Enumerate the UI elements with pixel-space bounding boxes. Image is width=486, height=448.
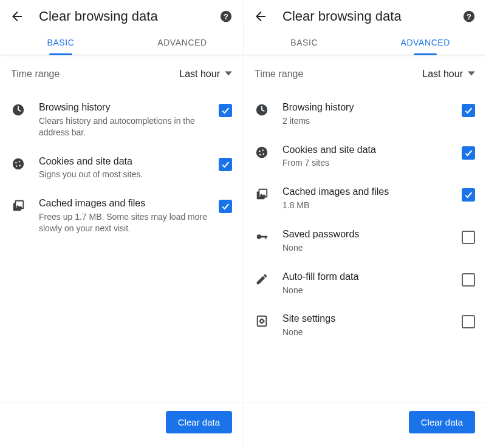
item-subtitle: Frees up 1.7 MB. Some sites may load mor… <box>39 211 211 234</box>
item-title: Cached images and files <box>39 197 211 210</box>
tabs: BASIC ADVANCED <box>244 29 486 55</box>
svg-point-3 <box>13 158 24 169</box>
svg-point-4 <box>15 162 16 163</box>
clear-data-button[interactable]: Clear data <box>409 411 475 433</box>
chevron-down-icon <box>468 69 475 80</box>
page-title: Clear browsing data <box>282 8 462 24</box>
settings-page-icon <box>255 314 269 328</box>
item-browsing-history: Browsing history Clears history and auto… <box>11 93 232 147</box>
checkbox-site-settings[interactable] <box>462 315 475 328</box>
item-title: Site settings <box>282 313 454 325</box>
svg-point-14 <box>259 151 260 152</box>
clear-data-button[interactable]: Clear data <box>166 411 232 433</box>
tab-advanced[interactable]: ADVANCED <box>122 29 243 55</box>
header: Clear browsing data ? <box>244 0 486 29</box>
item-autofill: Auto-fill form data None <box>255 262 475 305</box>
key-icon <box>255 229 269 244</box>
item-subtitle: None <box>282 242 454 254</box>
svg-rect-22 <box>265 236 267 240</box>
item-title: Browsing history <box>282 101 454 114</box>
checkbox-cached[interactable] <box>462 188 475 202</box>
item-subtitle: None <box>282 327 454 338</box>
tab-advanced[interactable]: ADVANCED <box>365 29 487 55</box>
svg-point-13 <box>256 147 267 158</box>
svg-point-5 <box>19 161 20 162</box>
image-stack-icon <box>11 199 26 213</box>
checkbox-cookies[interactable] <box>462 146 475 160</box>
svg-point-7 <box>16 165 17 166</box>
item-cookies: Cookies and site data Signs you out of m… <box>11 147 232 189</box>
header: Clear browsing data ? <box>0 0 243 29</box>
item-title: Cookies and site data <box>39 155 211 168</box>
item-subtitle: Clears history and autocompletions in th… <box>39 115 211 138</box>
item-saved-passwords: Saved passwords None <box>255 220 475 262</box>
item-browsing-history: Browsing history 2 items <box>255 93 475 135</box>
checkbox-cached[interactable] <box>219 200 232 213</box>
item-title: Cached images and files <box>282 186 454 199</box>
svg-text:?: ? <box>224 12 228 21</box>
pencil-icon <box>255 272 269 287</box>
item-cached: Cached images and files Frees up 1.7 MB.… <box>11 189 232 243</box>
item-title: Cookies and site data <box>282 144 454 157</box>
cookie-icon <box>255 145 269 160</box>
item-subtitle: None <box>282 285 454 296</box>
time-range-value: Last hour <box>422 69 463 80</box>
item-cached: Cached images and files 1.8 MB <box>255 177 475 220</box>
svg-point-16 <box>263 153 264 154</box>
footer: Clear data <box>244 402 486 448</box>
svg-point-24 <box>260 320 264 324</box>
time-range-label: Time range <box>11 69 179 80</box>
svg-rect-21 <box>261 236 267 238</box>
items-list: Browsing history Clears history and auto… <box>0 93 243 243</box>
back-icon[interactable] <box>253 9 268 24</box>
time-range-label: Time range <box>255 69 422 80</box>
page-title: Clear browsing data <box>39 8 219 24</box>
item-title: Browsing history <box>39 101 211 114</box>
back-icon[interactable] <box>10 9 24 24</box>
item-title: Saved passwords <box>282 228 454 241</box>
svg-point-17 <box>259 154 261 155</box>
item-title: Auto-fill form data <box>282 271 454 283</box>
help-icon[interactable]: ? <box>219 9 233 24</box>
time-range-row[interactable]: Time range Last hour <box>0 55 243 93</box>
pane-basic: Clear browsing data ? BASIC ADVANCED Tim… <box>0 0 243 448</box>
item-cookies: Cookies and site data From 7 sites <box>255 135 475 178</box>
time-range-value: Last hour <box>179 69 220 80</box>
svg-point-15 <box>262 149 264 151</box>
checkbox-browsing-history[interactable] <box>462 104 475 117</box>
chevron-down-icon <box>225 69 232 80</box>
checkbox-saved-passwords[interactable] <box>462 231 475 244</box>
item-subtitle: 2 items <box>282 115 454 127</box>
item-subtitle: From 7 sites <box>282 157 454 169</box>
image-stack-icon <box>255 187 269 202</box>
items-list: Browsing history 2 items Cookies and sit… <box>244 93 486 347</box>
item-subtitle: Signs you out of most sites. <box>39 169 211 180</box>
checkbox-cookies[interactable] <box>219 158 232 171</box>
item-site-settings: Site settings None <box>255 304 475 347</box>
cookie-icon <box>11 157 26 171</box>
clock-icon <box>255 103 269 117</box>
item-subtitle: 1.8 MB <box>282 200 454 211</box>
svg-point-20 <box>257 234 261 239</box>
tab-basic[interactable]: BASIC <box>0 29 122 55</box>
checkbox-browsing-history[interactable] <box>219 104 232 117</box>
checkbox-autofill[interactable] <box>462 273 475 287</box>
svg-text:?: ? <box>467 12 471 21</box>
tabs: BASIC ADVANCED <box>0 29 243 55</box>
clock-icon <box>11 103 26 117</box>
tab-basic[interactable]: BASIC <box>244 29 365 55</box>
help-icon[interactable]: ? <box>462 9 476 24</box>
svg-point-6 <box>19 165 21 166</box>
footer: Clear data <box>0 402 243 448</box>
time-range-row[interactable]: Time range Last hour <box>244 55 486 93</box>
svg-rect-23 <box>258 316 267 327</box>
pane-advanced: Clear browsing data ? BASIC ADVANCED Tim… <box>243 0 486 448</box>
